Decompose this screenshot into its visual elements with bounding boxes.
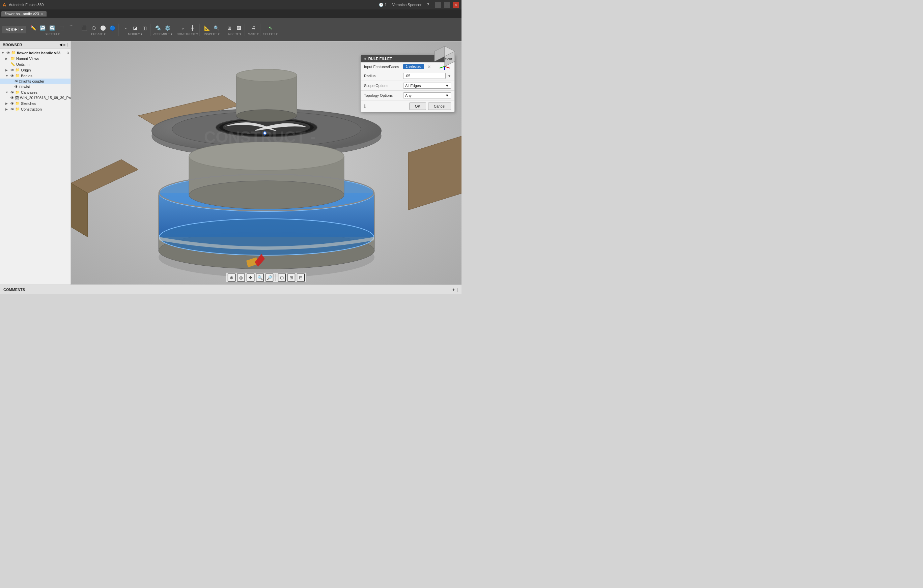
modify-chamfer-btn[interactable]: ◪ — [131, 24, 140, 32]
tree-units[interactable]: 📏 Units: in — [0, 61, 71, 67]
canvases-folder-icon: 📁 — [15, 90, 20, 94]
inspect-measure-btn[interactable]: 📐 — [202, 24, 211, 32]
comments-label: COMMENTS — [3, 288, 25, 292]
vp-pan-btn[interactable]: ✥ — [246, 274, 255, 282]
create-torus-btn[interactable]: 🔵 — [108, 24, 117, 32]
input-features-value: 1 selected — [403, 64, 424, 69]
root-watch-icon[interactable]: ⊙ — [66, 51, 69, 55]
tree-canvases[interactable]: ▼ 👁 📁 Canvases — [0, 89, 71, 95]
scope-options-row: Scope Options All Edges ▼ — [361, 81, 455, 91]
vp-display-mode-btn[interactable]: ⬡ — [278, 274, 286, 282]
insert-btn[interactable]: ⊞ — [225, 24, 234, 32]
comments-add-btn[interactable]: + — [452, 287, 455, 292]
modify-fillet-btn[interactable]: ⌣ — [122, 24, 130, 32]
tree-root[interactable]: ▼ 👁 📁 flower holder handle v23 ⊙ — [0, 50, 71, 56]
ok-button[interactable]: OK — [409, 103, 426, 110]
construct-group: ⬦ ╋ CONSTRUCT ▾ — [176, 24, 200, 36]
units-icon: 📏 — [10, 62, 15, 66]
vp-search-zoom-btn[interactable]: 🔎 — [266, 274, 274, 282]
input-features-clear[interactable]: ✕ — [427, 64, 431, 69]
vp-look-btn[interactable]: ◎ — [237, 274, 245, 282]
topology-options-arrow: ▼ — [445, 93, 449, 97]
units-label: Units: in — [16, 62, 30, 66]
make-btn[interactable]: 🖨 — [249, 24, 258, 32]
browser-header: BROWSER ◀ ≡ | — [0, 41, 71, 49]
nav-cube[interactable]: RIGHT — [431, 44, 458, 72]
rp-header-icon: ● — [364, 57, 366, 61]
tree-twist[interactable]: 👁 □ twist — [0, 84, 71, 89]
assemble-btn[interactable]: 🔩 — [154, 24, 163, 32]
topology-options-row: Topology Options Any ▼ — [361, 91, 455, 100]
vp-zoom-btn[interactable]: 🔍 — [256, 274, 264, 282]
modify-label: MODIFY ▾ — [128, 32, 142, 36]
undo-btn[interactable]: ↩️ — [38, 24, 47, 32]
viewport-bottom-icons: ⊕ ◎ ✥ 🔍 🔎 ⬡ ⊞ ⊟ — [226, 272, 307, 283]
tabbar: flower ho...andle v23 ✕ — [0, 10, 462, 18]
create-cyl-btn[interactable]: ⬡ — [89, 24, 98, 32]
canvases-vis-icon: 👁 — [10, 90, 14, 94]
browser-options-btn[interactable]: ≡ — [63, 43, 66, 47]
toolbar: MODEL ▾ ✏️ ↩️ ↪️ ⬚ ⌒ SKETCH ▾ ⬛ ⬡ ⚪ 🔵 CR… — [0, 18, 462, 41]
insert2-btn[interactable]: 🖼 — [235, 24, 243, 32]
select-btn[interactable]: ↖ — [266, 24, 275, 32]
create-sphere-btn[interactable]: ⚪ — [99, 24, 108, 32]
construction-folder-icon: 📁 — [15, 107, 20, 111]
svg-text:CONSTRUCT -: CONSTRUCT - — [204, 128, 316, 146]
active-tab[interactable]: flower ho...andle v23 ✕ — [2, 11, 46, 16]
user-name: Veronica Spencer — [392, 3, 421, 7]
tree-lights-coupler[interactable]: 👁 □ lights coupler — [0, 79, 71, 84]
make-label: MAKE ▾ — [248, 32, 259, 36]
assemble2-btn[interactable]: ⚙️ — [163, 24, 172, 32]
help-btn[interactable]: ? — [427, 2, 429, 7]
tree-bodies[interactable]: ▼ 👁 📁 Bodies — [0, 73, 71, 79]
assemble-group: 🔩 ⚙️ ASSEMBLE ▾ — [152, 24, 174, 36]
model-dropdown-btn[interactable]: MODEL ▾ — [2, 26, 26, 33]
vp-tile-btn[interactable]: ⊟ — [297, 274, 305, 282]
browser-title: BROWSER — [3, 43, 22, 47]
scope-options-value: All Edges — [405, 84, 421, 88]
topology-options-dropdown[interactable]: Any ▼ — [403, 92, 451, 98]
modify-shell-btn[interactable]: ◫ — [140, 24, 149, 32]
root-label: flower holder handle v23 — [17, 51, 61, 55]
vp-grid-btn[interactable]: ⊞ — [287, 274, 296, 282]
sketch3-btn[interactable]: ⌒ — [67, 24, 76, 32]
construct-label: CONSTRUCT ▾ — [177, 32, 199, 36]
scope-options-dropdown[interactable]: All Edges ▼ — [403, 83, 451, 88]
sketch2-btn[interactable]: ⬚ — [57, 24, 66, 32]
browser-collapse-btn[interactable]: ◀ — [59, 43, 62, 47]
tree-canvas-img[interactable]: 👁 🖼 WIN_20170813_15_09_39_Pro — [0, 95, 71, 100]
tree-named-views[interactable]: ▶ 📁 Named Views — [0, 56, 71, 61]
maximize-btn[interactable]: □ — [444, 2, 450, 8]
tree-sketches[interactable]: ▶ 👁 📁 Sketches — [0, 100, 71, 106]
viewport[interactable]: 0.05 in — [71, 41, 462, 285]
named-views-arrow: ▶ — [5, 57, 10, 61]
radius-row: Radius ▼ — [361, 71, 455, 81]
radius-input[interactable] — [403, 73, 446, 79]
comments-bar: COMMENTS + | — [0, 285, 462, 294]
titlebar: A Autodesk Fusion 360 🕐 1 Veronica Spenc… — [0, 0, 462, 10]
construction-label: Construction — [21, 107, 42, 111]
root-folder-icon: 📁 — [11, 51, 16, 55]
tree-construction[interactable]: ▶ 👁 📁 Construction — [0, 106, 71, 112]
canvases-label: Canvases — [21, 90, 38, 94]
named-views-folder-icon: 📁 — [10, 56, 15, 61]
canvas-img-vis-icon: 👁 — [10, 96, 14, 100]
create-box-btn[interactable]: ⬛ — [80, 24, 89, 32]
info-icon[interactable]: ℹ — [364, 103, 366, 109]
inspect-section-btn[interactable]: 🔍 — [212, 24, 221, 32]
redo-btn[interactable]: ↪️ — [48, 24, 57, 32]
construction-arrow: ▶ — [5, 108, 10, 111]
minimize-btn[interactable]: ─ — [435, 2, 441, 8]
vp-orbit-btn[interactable]: ⊕ — [228, 274, 236, 282]
svg-line-36 — [445, 66, 450, 68]
sketch-icon-btn[interactable]: ✏️ — [29, 24, 38, 32]
cancel-button[interactable]: Cancel — [428, 103, 451, 110]
construct-axis-btn[interactable]: ╋ — [188, 24, 197, 32]
named-views-label: Named Views — [16, 57, 39, 61]
construct-plane-btn[interactable]: ⬦ — [179, 24, 187, 32]
tree-origin[interactable]: ▶ 👁 📁 Origin — [0, 67, 71, 73]
close-btn[interactable]: ✕ — [453, 2, 459, 8]
tab-close-icon[interactable]: ✕ — [41, 12, 43, 16]
sidebar: BROWSER ◀ ≡ | ▼ 👁 📁 flower holder handle… — [0, 41, 71, 285]
insert-group: ⊞ 🖼 INSERT ▾ — [224, 24, 245, 36]
